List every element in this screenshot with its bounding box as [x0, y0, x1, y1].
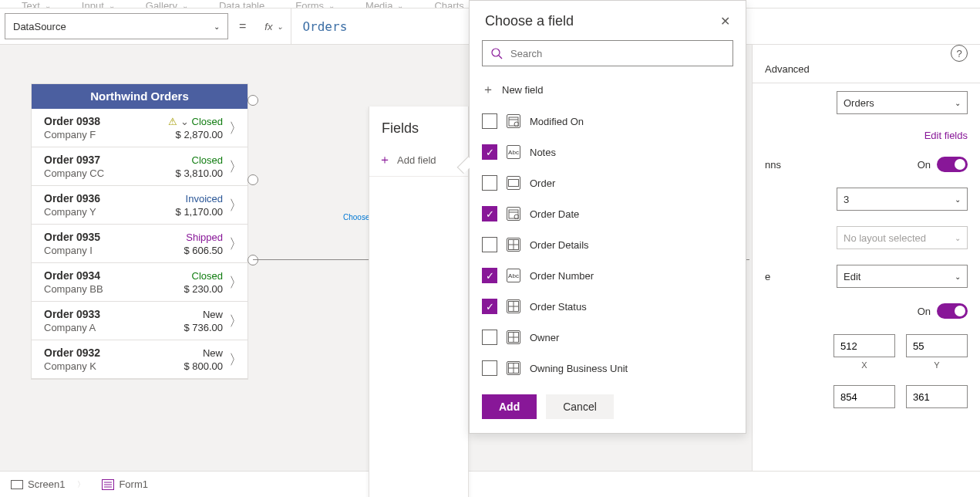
chevron-right-icon: 〉: [229, 350, 240, 369]
svg-line-1: [499, 56, 502, 59]
field-checkbox[interactable]: [482, 360, 497, 376]
property-name: DataSource: [13, 21, 66, 32]
price-label: $ 736.00: [161, 322, 223, 333]
warning-icon: ⚠: [168, 116, 177, 127]
field-checkbox[interactable]: ✓: [482, 144, 497, 160]
bottom-tabs: Screen1 〉 Form1: [0, 471, 980, 497]
company-label: Company Y: [44, 206, 161, 218]
choose-field-popup: Choose a field ✕ ＋ New field Modified On…: [469, 0, 746, 434]
field-checkbox[interactable]: ✓: [482, 299, 497, 314]
help-icon[interactable]: ?: [951, 45, 968, 62]
chevron-right-icon: 〉: [77, 479, 85, 490]
gallery-item[interactable]: Order 0935Company IShipped$ 606.50〉: [32, 225, 248, 263]
snap-toggle[interactable]: [937, 157, 968, 172]
status-label: Invoiced: [186, 193, 223, 205]
chevron-down-icon: ⌄: [214, 22, 220, 31]
columns-dropdown[interactable]: 3 ⌄: [837, 188, 968, 211]
pos-x-input[interactable]: [834, 334, 895, 357]
add-field-label: Add field: [397, 154, 436, 166]
svg-rect-6: [509, 210, 518, 218]
gallery-header: Northwind Orders: [32, 84, 248, 109]
chevron-right-icon: 〉: [229, 119, 240, 137]
status-label: New: [203, 347, 223, 359]
field-row[interactable]: ✓Order Status: [470, 291, 743, 322]
resize-handle[interactable]: [248, 95, 258, 106]
formula-input[interactable]: Orders: [298, 19, 347, 34]
svg-point-0: [492, 49, 500, 56]
mode-dropdown[interactable]: Edit ⌄: [837, 265, 968, 288]
add-field-button[interactable]: ＋ Add field: [369, 144, 468, 177]
order-title: Order 0934: [44, 269, 161, 282]
resize-handle[interactable]: [248, 174, 258, 185]
search-input[interactable]: [482, 40, 733, 66]
gallery-item[interactable]: Order 0938Company F⚠⌄ Closed$ 2,870.00〉: [32, 109, 248, 147]
chevron-right-icon: 〉: [229, 273, 240, 292]
field-checkbox[interactable]: [482, 237, 497, 252]
price-label: $ 2,870.00: [161, 129, 223, 140]
new-field-button[interactable]: ＋ New field: [470, 74, 746, 106]
gallery-item[interactable]: Order 0934Company BBClosed$ 230.00〉: [32, 263, 248, 302]
tab-screen1[interactable]: Screen1 〉: [11, 478, 85, 490]
size-h-input[interactable]: [906, 385, 968, 408]
field-row[interactable]: ✓AbcNotes: [470, 137, 743, 167]
field-label: Order Details: [530, 239, 589, 251]
field-checkbox[interactable]: ✓: [482, 206, 497, 221]
ribbon-input[interactable]: Input⌄: [82, 0, 115, 8]
fields-pane-title: Fields: [369, 106, 468, 144]
chevron-right-icon: 〉: [229, 196, 240, 215]
gallery-item[interactable]: Order 0936Company YInvoiced$ 1,170.00〉: [32, 186, 248, 225]
svg-rect-5: [509, 180, 519, 187]
status-label: Closed: [192, 116, 223, 127]
cancel-button[interactable]: Cancel: [546, 394, 614, 419]
close-icon[interactable]: ✕: [720, 14, 730, 29]
add-button[interactable]: Add: [482, 394, 537, 419]
field-row[interactable]: Order Details: [470, 229, 743, 260]
datasource-dropdown[interactable]: Orders ⌄: [837, 91, 968, 114]
ribbon-gallery[interactable]: Gallery⌄: [146, 0, 188, 8]
status-label: Closed: [192, 154, 223, 166]
field-label: Owning Business Unit: [530, 363, 628, 374]
field-checkbox[interactable]: [482, 330, 497, 345]
ribbon-forms[interactable]: Forms⌄: [295, 0, 335, 8]
field-checkbox[interactable]: [482, 175, 497, 191]
visible-toggle[interactable]: [937, 303, 968, 319]
field-row[interactable]: Order: [470, 167, 743, 198]
field-row[interactable]: ✓AbcOrder Number: [470, 260, 743, 291]
edit-fields-link[interactable]: Edit fields: [924, 130, 968, 141]
chevron-right-icon: 〉: [229, 312, 240, 330]
field-row[interactable]: ✓Order Date: [470, 198, 743, 229]
ribbon-media[interactable]: Media⌄: [365, 0, 403, 8]
pos-y-input[interactable]: [906, 334, 968, 357]
resize-handle[interactable]: [248, 255, 258, 265]
order-title: Order 0933: [44, 308, 161, 320]
tab-form1[interactable]: Form1: [102, 478, 148, 490]
field-row[interactable]: Modified On: [470, 106, 743, 137]
chevron-down-icon: ⌄: [955, 195, 961, 204]
field-checkbox[interactable]: ✓: [482, 268, 497, 283]
field-row[interactable]: Owner: [470, 322, 743, 353]
field-label: Order Status: [530, 301, 587, 313]
field-row[interactable]: Owning Business Unit: [470, 353, 743, 384]
chevron-right-icon: 〉: [229, 157, 240, 176]
chevron-down-icon: ⌄: [955, 272, 961, 281]
popup-title: Choose a field: [485, 13, 574, 29]
company-label: Company BB: [44, 283, 161, 295]
choose-data-link[interactable]: Choose: [343, 213, 369, 221]
field-label: Order Number: [530, 270, 594, 282]
ribbon-text[interactable]: Text⌄: [22, 0, 51, 8]
gallery-item[interactable]: Order 0937Company CCClosed$ 3,810.00〉: [32, 147, 248, 186]
gallery-item[interactable]: Order 0933Company ANew$ 736.00〉: [32, 302, 248, 340]
ribbon-datatable[interactable]: Data table: [219, 0, 264, 8]
property-dropdown[interactable]: DataSource ⌄: [5, 13, 228, 39]
lookup-type-icon: [507, 330, 520, 344]
field-checkbox[interactable]: [482, 113, 497, 129]
fx-button[interactable]: fx ⌄: [257, 8, 291, 44]
order-title: Order 0937: [44, 154, 161, 166]
date-type-icon: [507, 114, 520, 128]
fields-pane: Fields ＋ Add field: [369, 106, 469, 497]
gallery-item[interactable]: Order 0932Company KNew$ 800.00〉: [32, 340, 248, 379]
search-field[interactable]: [510, 48, 725, 59]
equals-sign: =: [234, 19, 251, 33]
size-w-input[interactable]: [834, 385, 895, 408]
tab-advanced[interactable]: Advanced: [753, 56, 822, 83]
